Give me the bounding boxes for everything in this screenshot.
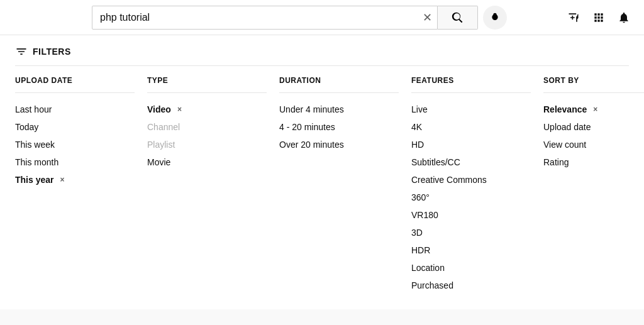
filter-item-label-features-6: VR180: [411, 210, 438, 220]
filter-item-label-features-1: 4K: [411, 122, 422, 132]
filters-grid: UPLOAD DATELast hourTodayThis weekThis m…: [15, 76, 629, 294]
filter-item-label-sort_by-2: View count: [543, 140, 586, 150]
filter-item-upload_date-3[interactable]: This month: [15, 153, 135, 171]
filter-item-label-sort_by-3: Rating: [543, 157, 569, 167]
filter-item-duration-1[interactable]: 4 - 20 minutes: [279, 118, 399, 136]
filter-item-label-type-2: Playlist: [147, 140, 175, 150]
filter-header-type: TYPE: [147, 76, 267, 93]
filter-item-sort_by-3[interactable]: Rating: [543, 153, 644, 171]
filter-item-features-10[interactable]: Purchased: [411, 277, 531, 294]
filter-item-duration-2[interactable]: Over 20 minutes: [279, 136, 399, 153]
filters-section: FILTERS UPLOAD DATELast hourTodayThis we…: [0, 35, 644, 309]
filter-item-label-type-1: Channel: [147, 122, 180, 132]
filter-item-label-upload_date-2: This week: [15, 140, 55, 150]
filter-col-upload_date: UPLOAD DATELast hourTodayThis weekThis m…: [15, 76, 147, 294]
filter-item-label-features-0: Live: [411, 104, 428, 114]
header-right: [564, 8, 634, 28]
filter-item-features-9[interactable]: Location: [411, 259, 531, 277]
filter-item-label-duration-2: Over 20 minutes: [279, 140, 344, 150]
filter-item-label-upload_date-1: Today: [15, 122, 38, 132]
search-icon: [452, 11, 464, 24]
filter-item-features-0[interactable]: Live: [411, 101, 531, 118]
filter-item-duration-0[interactable]: Under 4 minutes: [279, 101, 399, 118]
filter-item-upload_date-4[interactable]: This year×: [15, 171, 135, 189]
filter-header-sort_by: SORT BY: [543, 76, 644, 93]
filter-item-features-6[interactable]: VR180: [411, 206, 531, 224]
filters-icon: [15, 45, 28, 58]
filter-item-label-features-7: 3D: [411, 228, 423, 238]
filter-header-upload_date: UPLOAD DATE: [15, 76, 135, 93]
filters-title: FILTERS: [33, 47, 71, 57]
clear-search-button[interactable]: ✕: [418, 11, 437, 25]
filter-item-label-features-4: Creative Commons: [411, 175, 487, 185]
search-input[interactable]: [92, 12, 418, 23]
filter-item-label-type-0: Video: [147, 104, 171, 114]
filter-item-sort_by-0[interactable]: Relevance×: [543, 101, 644, 118]
notifications-icon: [618, 11, 630, 24]
filter-item-type-1: Channel: [147, 118, 267, 136]
header: ✕: [0, 0, 644, 35]
filter-item-features-1[interactable]: 4K: [411, 118, 531, 136]
apps-button[interactable]: [589, 8, 609, 28]
filter-item-features-8[interactable]: HDR: [411, 241, 531, 259]
filter-item-label-features-10: Purchased: [411, 280, 453, 290]
search-bar: ✕: [92, 6, 438, 30]
filter-item-features-7[interactable]: 3D: [411, 224, 531, 241]
filter-item-label-type-3: Movie: [147, 157, 170, 167]
filter-col-features: FEATURESLive4KHDSubtitles/CCCreative Com…: [411, 76, 543, 294]
filter-item-type-2: Playlist: [147, 136, 267, 153]
filter-item-features-4[interactable]: Creative Commons: [411, 171, 531, 189]
create-icon: [567, 11, 580, 24]
filter-remove-upload_date-4[interactable]: ×: [60, 175, 64, 184]
filter-item-label-duration-1: 4 - 20 minutes: [279, 122, 335, 132]
filter-item-label-upload_date-0: Last hour: [15, 104, 52, 114]
filter-header-features: FEATURES: [411, 76, 531, 93]
filter-item-label-features-2: HD: [411, 140, 424, 150]
notifications-button[interactable]: [614, 8, 634, 28]
mic-icon: [490, 13, 500, 23]
filter-item-features-2[interactable]: HD: [411, 136, 531, 153]
filter-remove-sort_by-0[interactable]: ×: [593, 105, 597, 114]
apps-icon: [592, 11, 605, 24]
filter-item-label-features-9: Location: [411, 263, 445, 273]
filter-remove-type-0[interactable]: ×: [177, 105, 182, 114]
filter-item-label-features-5: 360°: [411, 192, 430, 202]
filter-header-duration: DURATION: [279, 76, 399, 93]
filter-item-label-sort_by-0: Relevance: [543, 104, 587, 114]
search-button[interactable]: [438, 6, 478, 30]
filter-col-type: TYPEVideo×ChannelPlaylistMovie: [147, 76, 279, 294]
filter-item-type-0[interactable]: Video×: [147, 101, 267, 118]
filter-item-label-sort_by-1: Upload date: [543, 122, 591, 132]
create-button[interactable]: [564, 8, 584, 28]
filter-item-label-duration-0: Under 4 minutes: [279, 104, 344, 114]
filter-item-features-5[interactable]: 360°: [411, 189, 531, 206]
filter-item-upload_date-0[interactable]: Last hour: [15, 101, 135, 118]
filter-item-label-upload_date-4: This year: [15, 175, 53, 185]
filter-item-type-3[interactable]: Movie: [147, 153, 267, 171]
filters-header: FILTERS: [15, 35, 629, 66]
filter-item-label-features-8: HDR: [411, 245, 430, 255]
search-area: ✕: [45, 6, 553, 30]
filter-item-features-3[interactable]: Subtitles/CC: [411, 153, 531, 171]
filter-item-label-features-3: Subtitles/CC: [411, 157, 460, 167]
filter-item-sort_by-1[interactable]: Upload date: [543, 118, 644, 136]
filter-col-duration: DURATIONUnder 4 minutes4 - 20 minutesOve…: [279, 76, 411, 294]
filter-col-sort_by: SORT BYRelevance×Upload dateView countRa…: [543, 76, 644, 294]
filter-item-sort_by-2[interactable]: View count: [543, 136, 644, 153]
clear-icon: ✕: [423, 11, 432, 25]
mic-button[interactable]: [483, 6, 507, 30]
filter-item-upload_date-1[interactable]: Today: [15, 118, 135, 136]
filter-item-upload_date-2[interactable]: This week: [15, 136, 135, 153]
filter-item-label-upload_date-3: This month: [15, 157, 58, 167]
